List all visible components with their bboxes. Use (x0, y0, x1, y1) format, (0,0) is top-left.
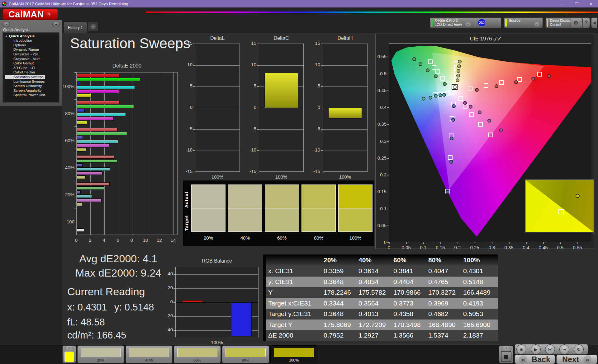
axis-tick (74, 154, 76, 154)
restore-button[interactable]: ❐ (569, 0, 584, 7)
calman-window: CalMAN 2017 CalMAN Ultimate for Business… (0, 0, 598, 364)
axis-tick (475, 242, 475, 244)
cie-x-tick: 0.35 (503, 245, 515, 250)
table-cell: 175.8069 (324, 321, 358, 329)
infinity-icon: ∞ (563, 347, 566, 352)
table-cell: Y (266, 289, 324, 296)
table-cell: 0.4301 (463, 267, 498, 275)
close-button[interactable]: ✕ (584, 0, 598, 7)
delta-y-tick: -10 (310, 147, 320, 152)
axis-tick (543, 242, 544, 244)
deltae-bar-cyan (77, 113, 126, 116)
cie-target-square-blue (448, 155, 453, 160)
meter-dropdown[interactable]: X-Rite i1Pro 2 LCD Direct View ▼ 232 (430, 17, 501, 28)
table-cell: 0.4013 (358, 310, 393, 318)
delta-y-tick: 10 (310, 62, 320, 67)
axis-tick (321, 108, 323, 108)
source-label: Source (509, 19, 520, 23)
step-button[interactable]: [··] (545, 344, 555, 354)
loop-button[interactable]: ↻ (574, 344, 584, 354)
deltae-bar-green (77, 186, 104, 190)
pattern-label: 20% (78, 358, 124, 362)
deltae-bar-magenta (77, 144, 109, 147)
calman-menu-button[interactable]: CalMAN ▼ (2, 9, 58, 20)
sidebar-dot-button[interactable]: ● (2, 21, 10, 27)
transport-expand-button[interactable]: ▲ (501, 346, 511, 350)
source-dropdown[interactable]: Source ▼ (504, 17, 543, 28)
pattern-button-80%[interactable]: 80% (222, 345, 269, 363)
sidebar-item-3d-cube-lut[interactable]: 3D Cube LUT (5, 66, 59, 70)
gridline (259, 151, 303, 151)
stop-square-icon (504, 355, 508, 359)
continuous-button[interactable]: ∞ (559, 344, 569, 354)
axis-tick (387, 226, 389, 226)
cie-x-tick: 0.05 (400, 245, 412, 250)
table-cell: Target y:CIE31 (266, 310, 324, 318)
axis-tick (173, 274, 175, 275)
deltae-x-tick: 8 (128, 237, 135, 243)
deltae-bar-green (77, 78, 140, 81)
deltae-chart-title: DeltaE 2000 (76, 63, 178, 69)
sidebar-item-saturation-sweeps[interactable]: Saturation Sweeps (5, 75, 45, 79)
play-button[interactable]: ▶ (531, 344, 541, 354)
cie-y-tick: 0.15 (376, 189, 387, 194)
sidebar-item-spectral-power-dist-[interactable]: Spectral Power Dist. (5, 93, 59, 97)
settings-button[interactable]: ⚙ (571, 17, 581, 28)
pattern-button-100%[interactable]: 100% (270, 345, 317, 363)
add-tab-button[interactable]: + (88, 22, 98, 31)
table-cell: 0.3564 (358, 300, 393, 307)
next-button[interactable]: Next » (556, 355, 597, 364)
stop-pattern-button[interactable] (501, 351, 511, 362)
sidebar-collapse-button[interactable]: ◀ (52, 21, 60, 27)
inset-measured-circle (576, 194, 580, 198)
table-cell: ΔE 2000 (266, 332, 324, 339)
pattern-button-40%[interactable]: 40% (126, 345, 173, 363)
deltae-bar-cyan (77, 194, 92, 198)
delta-y-tick: 0 (246, 105, 256, 110)
panel-collapse-button[interactable]: ◀ (591, 17, 597, 28)
axis-tick (387, 175, 389, 175)
sidebar-item-dynamic-range[interactable]: Dynamic Range (5, 47, 59, 52)
axis-tick (193, 86, 195, 87)
axis-tick (257, 86, 259, 87)
sidebar-item-options[interactable]: Options (5, 43, 59, 48)
meter-count-badge[interactable]: 232 (478, 19, 486, 27)
rgb-balance-title: RGB Balance (175, 258, 259, 264)
swatch-actual-100% (338, 184, 373, 208)
axis-tick (74, 126, 76, 127)
sidebar-item-introduction[interactable]: Introduction (5, 38, 59, 43)
current-pattern-swatch[interactable] (64, 352, 74, 362)
sidebar-item-grayscale-multi[interactable]: Grayscale - Multi (5, 56, 59, 61)
cie-y-tick: 0.1 (376, 206, 387, 211)
help-button[interactable]: ? (582, 17, 590, 28)
back-button[interactable]: « Back (515, 355, 555, 364)
pattern-button-20%[interactable]: 20% (77, 345, 124, 363)
deltae-axis-label: 80% (61, 111, 74, 116)
delta-y-tick: 15 (246, 40, 256, 46)
cie-measured-circle-yellow (457, 69, 460, 73)
swatch-actual-60% (265, 184, 299, 208)
cie-y-tick: 0.25 (376, 155, 387, 161)
table-cell: 1.5374 (428, 332, 463, 339)
cie-y-tick: 0.55 (376, 54, 387, 59)
gridline (195, 151, 240, 151)
sidebar-item-colorchecker[interactable]: ColorChecker (5, 70, 59, 75)
max-de2000: Max dE2000: 9.24 (62, 267, 174, 279)
cie-target-square-green (435, 69, 440, 74)
axis-tick (173, 330, 175, 331)
cie-measured-circle-green (426, 68, 430, 72)
stop-button[interactable]: ■ (516, 344, 526, 354)
tab-history-1[interactable]: History 1 (64, 22, 87, 33)
sidebar-item-color-gamut[interactable]: Color Gamut (5, 61, 59, 66)
sidebar-item-luminance-sweeps[interactable]: Luminance Sweeps (5, 79, 59, 84)
cie-measured-circle-red (531, 77, 535, 81)
delta-y-tick: 15 (310, 40, 320, 46)
sidebar-item-screen-angularity[interactable]: Screen Angularity (5, 88, 59, 93)
sidebar-item-grayscale-2pt[interactable]: Grayscale - 2pt (5, 52, 59, 57)
sidebar-item-screen-uniformity[interactable]: Screen Uniformity (5, 84, 59, 88)
minimize-button[interactable]: – (555, 0, 569, 7)
pattern-expand-button[interactable]: ▲ (64, 346, 74, 350)
pattern-button-60%[interactable]: 60% (174, 345, 221, 363)
tree-root[interactable]: ◢ Quick Analysis (5, 34, 59, 38)
gridline (259, 129, 303, 130)
